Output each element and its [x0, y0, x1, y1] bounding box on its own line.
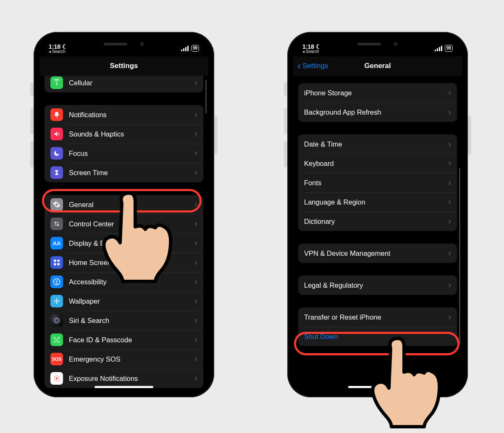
chevron-right-icon: ›	[194, 77, 197, 88]
svg-point-16	[55, 339, 56, 340]
moon-icon	[50, 147, 63, 160]
row-sos[interactable]: SOS Emergency SOS ›	[45, 349, 203, 369]
scroll-indicator[interactable]	[459, 168, 460, 344]
row-accessibility[interactable]: Accessibility ›	[45, 272, 203, 291]
notch	[340, 38, 415, 50]
row-label: Focus	[69, 150, 194, 157]
hourglass-icon	[50, 166, 63, 179]
volume-down-button	[30, 141, 34, 167]
svg-point-10	[56, 299, 57, 300]
row-background-app-refresh[interactable]: Background App Refresh ›	[298, 102, 457, 122]
chevron-right-icon: ›	[194, 354, 197, 365]
home-indicator[interactable]	[348, 386, 407, 388]
cell-signal-icon	[181, 46, 189, 51]
row-transfer-reset[interactable]: Transfer or Reset iPhone ›	[298, 307, 457, 327]
chevron-right-icon: ›	[194, 315, 197, 326]
row-exposure[interactable]: Exposure Notifications ›	[45, 369, 203, 388]
back-button[interactable]: ‹ Settings	[297, 56, 328, 76]
row-screentime[interactable]: Screen Time ›	[45, 163, 203, 182]
speaker-grille	[104, 43, 127, 45]
row-wallpaper[interactable]: Wallpaper ›	[45, 291, 203, 311]
chevron-right-icon: ›	[194, 296, 197, 307]
nav-bar: ‹ Settings General	[293, 56, 462, 76]
chevron-right-icon: ›	[448, 158, 451, 169]
svg-point-11	[56, 302, 57, 304]
volume-up-button	[30, 108, 34, 134]
row-label: Cellular	[69, 79, 194, 87]
general-list[interactable]: iPhone Storage › Background App Refresh …	[293, 76, 462, 391]
row-label: Siri & Search	[69, 317, 194, 325]
chevron-right-icon: ›	[194, 334, 197, 345]
row-fonts[interactable]: Fonts ›	[298, 173, 457, 192]
row-display[interactable]: AA Display & Brightness ›	[45, 234, 203, 253]
gear-icon	[50, 198, 63, 211]
chevron-right-icon: ›	[194, 373, 197, 384]
row-cellular[interactable]: Cellular ›	[45, 76, 203, 92]
row-notifications[interactable]: Notifications ›	[45, 105, 203, 124]
nav-bar: Settings	[39, 56, 208, 76]
speaker-icon	[50, 128, 63, 140]
row-general[interactable]: General ›	[45, 195, 203, 214]
breadcrumb-return[interactable]: ◂ Search	[302, 49, 319, 54]
chevron-right-icon: ›	[194, 276, 197, 287]
row-label: Dictionary	[304, 218, 448, 226]
svg-point-12	[54, 300, 55, 302]
svg-point-14	[54, 318, 59, 323]
home-indicator[interactable]	[94, 386, 153, 388]
sos-icon: SOS	[50, 353, 63, 365]
settings-list[interactable]: Cellular › Notifications › Sounds & Hap	[39, 76, 208, 391]
breadcrumb-return[interactable]: ◂ Search	[49, 49, 65, 54]
row-label: Background App Refresh	[304, 108, 448, 116]
row-faceid[interactable]: Face ID & Passcode ›	[45, 330, 203, 349]
chevron-right-icon: ›	[448, 107, 451, 118]
row-dictionary[interactable]: Dictionary ›	[298, 212, 457, 231]
row-control-center[interactable]: Control Center ›	[45, 214, 203, 234]
phone-mockup-left: 1:18 ☾ ◂ Search 99 Settings Cellular	[34, 32, 214, 397]
row-date-time[interactable]: Date & Time ›	[298, 134, 457, 154]
app-grid-icon	[50, 256, 63, 269]
chevron-left-icon: ‹	[297, 61, 301, 71]
row-label: Control Center	[69, 220, 194, 228]
scroll-indicator[interactable]	[205, 80, 207, 113]
svg-point-1	[55, 222, 56, 223]
phone-mockup-right: 1:18 ☾ ◂ Search 99 ‹ Settings General iP…	[287, 32, 468, 397]
svg-point-22	[59, 378, 60, 379]
front-camera	[394, 42, 398, 46]
row-label: Language & Region	[304, 198, 448, 206]
svg-rect-5	[54, 263, 56, 265]
chevron-right-icon: ›	[194, 129, 197, 139]
chevron-right-icon: ›	[194, 218, 197, 229]
svg-point-19	[56, 375, 57, 376]
row-shut-down[interactable]: Shut Down	[298, 327, 457, 346]
chevron-right-icon: ›	[448, 248, 451, 259]
row-label: Sounds & Haptics	[69, 130, 194, 138]
notch	[86, 38, 162, 50]
row-siri[interactable]: Siri & Search ›	[45, 311, 203, 330]
chevron-right-icon: ›	[448, 139, 451, 150]
row-iphone-storage[interactable]: iPhone Storage ›	[298, 83, 457, 102]
exposure-icon	[50, 372, 63, 385]
cell-signal-icon	[435, 46, 442, 51]
row-label: Wallpaper	[69, 297, 194, 305]
chevron-right-icon: ›	[194, 238, 197, 249]
volume-up-button	[284, 108, 287, 134]
speaker-grille	[357, 43, 381, 45]
row-keyboard[interactable]: Keyboard ›	[298, 154, 457, 173]
row-home-screen[interactable]: Home Screen ›	[45, 253, 203, 272]
accessibility-icon	[50, 276, 63, 288]
antenna-icon	[50, 76, 63, 89]
chevron-right-icon: ›	[448, 197, 451, 207]
volume-down-button	[284, 141, 287, 167]
row-focus[interactable]: Focus ›	[45, 144, 203, 163]
row-legal-regulatory[interactable]: Legal & Regulatory ›	[298, 276, 457, 295]
row-label: Keyboard	[304, 160, 448, 168]
row-label: Fonts	[304, 179, 448, 187]
svg-point-20	[56, 381, 57, 381]
chevron-right-icon: ›	[194, 199, 197, 210]
row-sounds[interactable]: Sounds & Haptics ›	[45, 124, 203, 144]
row-language-region[interactable]: Language & Region ›	[298, 192, 457, 212]
row-vpn-device-management[interactable]: VPN & Device Management ›	[298, 244, 457, 263]
svg-point-21	[54, 378, 55, 379]
svg-point-13	[58, 300, 59, 302]
sliders-icon	[50, 218, 63, 230]
